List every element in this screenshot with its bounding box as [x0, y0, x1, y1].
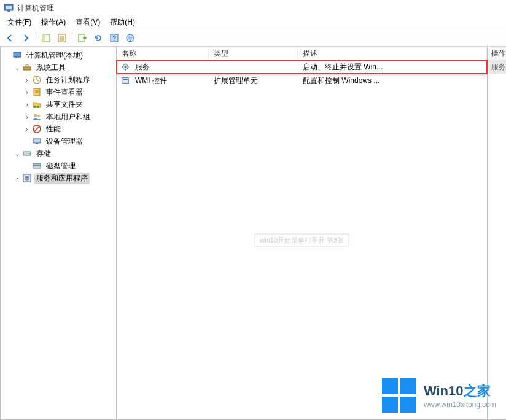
expander-icon[interactable] [3, 51, 12, 60]
gear-icon [120, 62, 130, 72]
svg-rect-16 [23, 67, 31, 70]
list-body[interactable]: 服务 启动、终止并设置 Win... WMI 控件 扩展管理单元 配置和控制 W… [117, 60, 487, 419]
expander-none [23, 161, 31, 170]
wmi-icon [120, 76, 130, 85]
chevron-right-icon[interactable]: › [23, 112, 31, 121]
menu-action[interactable]: 操作(A) [36, 16, 71, 29]
tree-label: 服务和应用程序 [34, 173, 90, 184]
column-desc[interactable]: 描述 [298, 47, 487, 60]
svg-rect-43 [123, 79, 128, 80]
show-hide-tree-button[interactable] [39, 31, 53, 45]
svg-rect-32 [33, 166, 41, 168]
tree-root[interactable]: 计算机管理(本地) [3, 49, 116, 61]
tree-storage[interactable]: ⌄ 存储 [13, 147, 116, 160]
tools-icon [22, 63, 32, 72]
tree-label: 计算机管理(本地) [25, 50, 85, 61]
export-list-button[interactable] [75, 31, 90, 45]
content-area: 计算机管理(本地) ⌄ 系统工具 › [0, 47, 506, 420]
cell-name: WMI 控件 [130, 74, 209, 87]
svg-point-22 [37, 106, 39, 108]
svg-line-26 [34, 126, 40, 132]
clock-icon [32, 75, 42, 85]
chevron-right-icon[interactable]: › [23, 88, 31, 96]
list-row-wmi[interactable]: WMI 控件 扩展管理单元 配置和控制 Windows ... [117, 74, 487, 87]
help-button[interactable]: ? [123, 31, 138, 45]
brand-title-pre: Win10 [424, 383, 464, 399]
brand-title: Win10之家 [424, 382, 496, 400]
back-button[interactable] [2, 31, 17, 45]
window-titlebar: 计算机管理 [0, 0, 506, 16]
properties-button[interactable] [55, 31, 69, 45]
chevron-down-icon[interactable]: ⌄ [13, 149, 21, 158]
tree-system-tools[interactable]: ⌄ 系统工具 [13, 61, 116, 74]
menu-view[interactable]: 查看(V) [71, 16, 105, 29]
svg-rect-28 [36, 143, 38, 144]
cell-desc: 配置和控制 Windows ... [298, 74, 487, 87]
tree-shared-folders[interactable]: › 共享文件夹 [23, 98, 116, 111]
chevron-right-icon[interactable]: › [23, 125, 31, 133]
windows-logo-icon [382, 378, 416, 413]
cell-name: 服务 [130, 60, 209, 74]
watermark: win10开始菜单打不开 第3张 [254, 233, 349, 246]
tree-label: 任务计划程序 [44, 74, 92, 86]
svg-rect-4 [42, 34, 45, 42]
context-help-button[interactable]: ? [107, 31, 122, 45]
tree-label: 共享文件夹 [44, 99, 85, 111]
menu-file[interactable]: 文件(F) [2, 16, 36, 29]
expander-none [23, 137, 31, 146]
storage-icon [22, 149, 32, 158]
tree-label: 性能 [44, 123, 63, 135]
svg-point-35 [26, 177, 28, 179]
chevron-right-icon[interactable]: › [23, 100, 31, 109]
svg-rect-42 [122, 78, 129, 84]
menu-bar: 文件(F) 操作(A) 查看(V) 帮助(H) [0, 16, 506, 29]
list-row-services[interactable]: 服务 启动、终止并设置 Win... [117, 60, 487, 74]
tree-task-scheduler[interactable]: › 任务计划程序 [23, 74, 116, 86]
navigation-tree[interactable]: 计算机管理(本地) ⌄ 系统工具 › [0, 47, 117, 420]
list-pane: 名称 类型 描述 服务 启动、终止并设置 Win... WMI 控件 扩展管理单… [117, 47, 488, 420]
column-type[interactable]: 类型 [209, 47, 298, 60]
svg-rect-27 [33, 139, 41, 143]
tree-label: 事件查看器 [44, 87, 85, 98]
tree-label: 设备管理器 [44, 136, 85, 147]
brand-overlay: Win10之家 www.win10xitong.com [382, 378, 496, 413]
tree-label: 存储 [34, 148, 53, 160]
actions-pane: 操作 服务 [488, 47, 506, 420]
svg-rect-14 [14, 52, 21, 57]
tree-label: 本地用户和组 [44, 111, 92, 123]
chevron-down-icon[interactable]: ⌄ [13, 63, 21, 72]
tree-performance[interactable]: › 性能 [23, 123, 116, 135]
column-name[interactable]: 名称 [117, 47, 209, 60]
computer-mgmt-icon [12, 50, 22, 60]
tree-label: 磁盘管理 [44, 160, 77, 172]
toolbar: ? ? [0, 29, 506, 47]
device-icon [32, 136, 42, 146]
chevron-right-icon[interactable]: › [23, 76, 31, 84]
brand-title-accent: 之家 [464, 383, 491, 399]
svg-point-21 [34, 106, 36, 108]
services-apps-icon [22, 173, 32, 183]
refresh-button[interactable] [91, 31, 106, 45]
toolbar-separator [72, 33, 72, 44]
brand-subtitle: www.win10xitong.com [424, 400, 496, 409]
toolbar-separator [36, 33, 36, 44]
users-icon [32, 112, 42, 122]
event-icon [32, 87, 42, 97]
tree-services-apps[interactable]: › 服务和应用程序 [13, 172, 116, 184]
actions-item[interactable]: 服务 [488, 60, 506, 74]
menu-help[interactable]: 帮助(H) [105, 16, 140, 29]
cell-desc: 启动、终止并设置 Win... [298, 60, 487, 74]
tree-label: 系统工具 [34, 62, 68, 74]
app-icon [4, 3, 14, 13]
chevron-right-icon[interactable]: › [13, 174, 21, 182]
forward-button[interactable] [18, 31, 33, 45]
svg-rect-1 [6, 6, 12, 9]
tree-event-viewer[interactable]: › 事件查看器 [23, 86, 116, 98]
actions-header: 操作 [488, 47, 506, 60]
svg-point-37 [125, 66, 126, 68]
tree-disk-mgmt[interactable]: 磁盘管理 [23, 160, 116, 172]
shared-folder-icon [32, 99, 42, 109]
svg-text:?: ? [128, 36, 131, 42]
tree-local-users[interactable]: › 本地用户和组 [23, 111, 116, 123]
tree-device-manager[interactable]: 设备管理器 [23, 135, 116, 147]
